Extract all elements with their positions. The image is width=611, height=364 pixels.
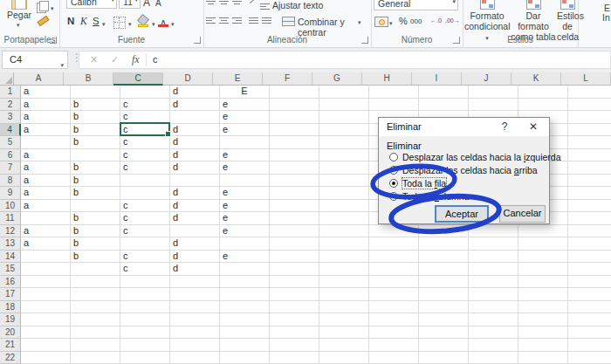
name-box[interactable]: C4 ▾ xyxy=(2,51,68,69)
row-header-8[interactable]: 8 xyxy=(0,175,21,188)
cell-D18[interactable] xyxy=(170,301,220,314)
cell-L18[interactable] xyxy=(568,301,611,314)
cell-B12[interactable]: b xyxy=(71,225,120,238)
cell-F15[interactable] xyxy=(270,263,319,276)
cell-A14[interactable] xyxy=(21,251,71,264)
comma-style-button[interactable]: 000 xyxy=(410,17,422,25)
wrap-text-icon[interactable] xyxy=(260,2,270,10)
radio-option-2[interactable]: Desplazar las celdas hacia arriba xyxy=(389,164,544,177)
cell-B14[interactable]: b xyxy=(71,251,120,264)
cell-F19[interactable] xyxy=(270,313,319,326)
cell-H16[interactable] xyxy=(369,276,419,289)
cell-E13[interactable] xyxy=(220,237,270,251)
bold-button[interactable]: N xyxy=(67,16,74,26)
cell-G1[interactable] xyxy=(319,86,369,99)
cell-D21[interactable] xyxy=(170,339,220,352)
cell-E6[interactable]: e xyxy=(220,149,270,162)
cell-E15[interactable] xyxy=(220,263,270,276)
cell-D3[interactable] xyxy=(170,111,220,124)
cell-L17[interactable] xyxy=(568,288,611,301)
chevron-down-icon[interactable]: ▾ xyxy=(134,0,138,7)
row-header-4[interactable]: 4 xyxy=(0,124,21,137)
chevron-down-icon[interactable]: ▾ xyxy=(389,20,393,27)
cell-E12[interactable]: e xyxy=(220,225,270,238)
row-header-21[interactable]: 21 xyxy=(0,339,21,352)
cell-K22[interactable] xyxy=(518,352,568,364)
cell-B3[interactable]: b xyxy=(71,111,120,124)
cell-A2[interactable]: a xyxy=(21,99,71,112)
cell-D1[interactable]: d xyxy=(170,86,220,99)
cell-B11[interactable]: b xyxy=(71,212,120,225)
cell-H12[interactable] xyxy=(369,225,419,238)
cell-J15[interactable] xyxy=(469,263,518,276)
dialog-launcher-icon[interactable] xyxy=(50,37,57,44)
cell-C17[interactable] xyxy=(120,288,170,301)
cell-A16[interactable] xyxy=(21,276,71,289)
cell-F8[interactable] xyxy=(270,175,319,188)
cell-D19[interactable] xyxy=(170,313,220,326)
cell-J2[interactable] xyxy=(469,99,518,112)
cell-L21[interactable] xyxy=(568,339,611,352)
cell-J13[interactable] xyxy=(469,237,518,251)
row-header-16[interactable]: 16 xyxy=(0,276,21,289)
cell-J22[interactable] xyxy=(469,352,518,364)
select-all-button[interactable] xyxy=(0,72,14,86)
cell-E1[interactable]: E xyxy=(220,86,270,99)
accept-button[interactable]: Aceptar xyxy=(435,205,489,223)
cell-B19[interactable] xyxy=(71,313,120,326)
row-header-18[interactable]: 18 xyxy=(0,301,21,314)
cell-G15[interactable] xyxy=(319,263,369,276)
column-header-J[interactable]: J xyxy=(462,72,511,86)
increase-font-icon[interactable]: A xyxy=(143,0,150,9)
row-header-14[interactable]: 14 xyxy=(0,251,21,264)
radio-icon[interactable] xyxy=(389,192,398,201)
cell-E14[interactable]: e xyxy=(220,251,270,264)
cell-A15[interactable] xyxy=(21,263,71,276)
cell-A17[interactable] xyxy=(21,288,71,301)
cell-G3[interactable] xyxy=(319,111,369,124)
cell-D7[interactable]: d xyxy=(170,161,220,175)
cell-G19[interactable] xyxy=(319,313,369,326)
align-bottom-icon[interactable] xyxy=(232,0,242,4)
cell-E17[interactable] xyxy=(220,288,270,301)
cancel-button[interactable]: Cancelar xyxy=(499,205,546,223)
cell-G7[interactable] xyxy=(319,161,369,175)
increase-decimal-icon[interactable]: ←.0 xyxy=(430,17,442,24)
cell-F22[interactable] xyxy=(270,352,319,364)
cell-E11[interactable]: e xyxy=(220,212,270,225)
row-header-17[interactable]: 17 xyxy=(0,288,21,301)
cell-H2[interactable] xyxy=(369,99,419,112)
radio-icon[interactable] xyxy=(389,179,398,188)
cell-D9[interactable]: d xyxy=(170,187,220,200)
cell-E10[interactable]: e xyxy=(220,200,270,213)
row-header-12[interactable]: 12 xyxy=(0,225,21,238)
cell-B22[interactable] xyxy=(71,352,120,364)
cell-L4[interactable] xyxy=(568,124,611,137)
row-header-3[interactable]: 3 xyxy=(0,111,21,124)
cell-D13[interactable]: d xyxy=(170,237,220,251)
cell-A6[interactable]: a xyxy=(21,149,71,162)
cell-A21[interactable] xyxy=(21,339,71,352)
row-header-13[interactable]: 13 xyxy=(0,237,21,251)
cell-I20[interactable] xyxy=(419,326,469,340)
merge-center-icon[interactable] xyxy=(282,17,295,26)
cell-G5[interactable] xyxy=(319,136,369,149)
cell-L8[interactable] xyxy=(568,175,611,188)
row-header-2[interactable]: 2 xyxy=(0,99,21,112)
cell-J17[interactable] xyxy=(469,288,518,301)
cell-B5[interactable]: b xyxy=(71,136,120,149)
dialog-launcher-icon[interactable] xyxy=(361,37,368,44)
cell-F14[interactable] xyxy=(270,251,319,264)
column-header-B[interactable]: B xyxy=(64,72,113,86)
cell-C12[interactable]: c xyxy=(120,225,170,238)
cell-J14[interactable] xyxy=(469,251,518,264)
cell-D11[interactable]: d xyxy=(170,212,220,225)
cell-C13[interactable] xyxy=(120,237,170,251)
column-header-I[interactable]: I xyxy=(412,72,462,86)
close-icon[interactable]: ✕ xyxy=(526,120,540,133)
cell-F11[interactable] xyxy=(270,212,319,225)
row-header-22[interactable]: 22 xyxy=(0,352,21,364)
cancel-icon[interactable]: ✕ xyxy=(90,54,98,65)
cell-H22[interactable] xyxy=(369,352,419,364)
cell-H18[interactable] xyxy=(369,301,419,314)
